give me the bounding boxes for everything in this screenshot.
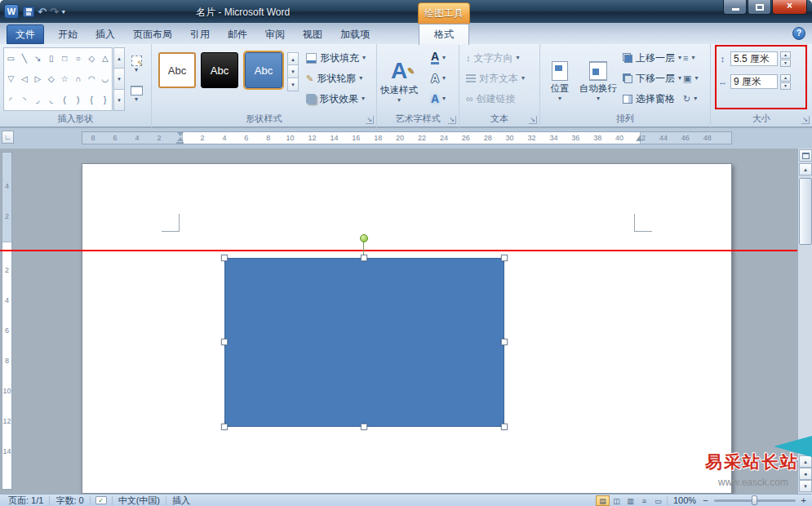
tab-references[interactable]: 引用	[181, 24, 219, 44]
close-button[interactable]: ×	[772, 0, 807, 15]
rotation-handle[interactable]	[360, 234, 368, 242]
tab-mailings[interactable]: 邮件	[219, 24, 256, 44]
spell-check-icon[interactable]: ✓	[95, 496, 107, 504]
tab-selector-button[interactable]: ∟	[2, 131, 14, 144]
zoom-slider-thumb[interactable]	[752, 495, 757, 505]
text-outline-button[interactable]: A ▾	[421, 69, 455, 87]
styles-scroll-down-button[interactable]: ▾	[287, 65, 299, 78]
create-link-button[interactable]: ∞ 创建链接	[464, 90, 518, 108]
shape-icon[interactable]: }	[99, 90, 113, 110]
text-box-button[interactable]: ▾	[124, 82, 149, 106]
view-fullscreen-reading-button[interactable]: ◫	[610, 495, 623, 506]
shape-width-input[interactable]: 9 厘米	[730, 74, 778, 89]
shape-icon[interactable]: ◠	[85, 69, 99, 89]
text-direction-button[interactable]: ↕ 文字方向 ▾	[464, 49, 522, 67]
help-button[interactable]: ?	[792, 27, 805, 40]
shape-icon[interactable]: ◝	[18, 90, 32, 110]
language-indicator[interactable]: 中文(中国)	[114, 495, 164, 506]
tab-home[interactable]: 开始	[49, 24, 87, 44]
shapes-more-button[interactable]: ▾	[113, 90, 125, 111]
zoom-level[interactable]: 100%	[669, 495, 700, 506]
shape-icon[interactable]: (	[58, 90, 72, 110]
rotate-objects-button[interactable]: ↻ ▾	[681, 90, 699, 108]
select-browse-object-button[interactable]: ●	[799, 468, 812, 480]
zoom-out-button[interactable]: −	[700, 495, 710, 506]
width-decrease-button[interactable]: ▾	[780, 82, 791, 90]
shape-styles-dialog-launcher[interactable]: ↘	[366, 116, 374, 124]
group-objects-button[interactable]: ▣ ▾	[681, 69, 700, 87]
shape-icon[interactable]: ↘	[31, 48, 45, 69]
left-indent-marker[interactable]	[176, 142, 184, 144]
view-outline-button[interactable]: ≡	[637, 495, 651, 506]
redo-button[interactable]: ↷	[50, 7, 59, 17]
shape-icon[interactable]: ◟	[45, 90, 59, 110]
shape-icon[interactable]: □	[58, 48, 72, 69]
shapes-scroll-up-button[interactable]: ▴	[113, 47, 125, 69]
shape-icon[interactable]: ▽	[4, 69, 18, 89]
styles-more-button[interactable]: ▾	[287, 78, 299, 91]
minimize-button[interactable]	[723, 0, 747, 15]
shape-icon[interactable]: ∩	[72, 69, 86, 89]
hanging-indent-marker[interactable]	[177, 137, 184, 141]
align-objects-button[interactable]: ≡ ▾	[681, 49, 697, 67]
bring-forward-button[interactable]: 上移一层 ▾	[620, 49, 684, 67]
tab-addins[interactable]: 加载项	[331, 24, 379, 44]
shape-style-preset-2[interactable]: Abc	[201, 52, 238, 88]
maximize-button[interactable]	[748, 0, 771, 15]
shape-icon[interactable]: ◁	[18, 69, 32, 89]
view-web-layout-button[interactable]: ▥	[623, 495, 637, 506]
tab-insert[interactable]: 插入	[87, 24, 124, 44]
send-backward-button[interactable]: 下移一层 ▾	[620, 69, 684, 87]
quick-styles-button[interactable]: A 快速样式 ▾	[380, 47, 418, 114]
text-fill-button[interactable]: A ▾	[421, 49, 455, 67]
shape-icon[interactable]: ▯	[45, 48, 59, 69]
tab-file[interactable]: 文件	[7, 24, 44, 44]
ruler-toggle-button[interactable]	[799, 149, 812, 162]
view-draft-button[interactable]: ▭	[651, 495, 665, 506]
resize-handle-top-center[interactable]	[361, 255, 367, 261]
view-print-layout-button[interactable]: ▤	[596, 495, 610, 506]
shape-icon[interactable]: ▭	[4, 48, 18, 69]
shape-effects-button[interactable]: 形状效果 ▾	[304, 90, 367, 108]
tab-page-layout[interactable]: 页面布局	[124, 24, 181, 44]
shape-icon[interactable]: ▷	[31, 69, 45, 89]
zoom-in-button[interactable]: +	[799, 495, 809, 506]
text-effects-button[interactable]: A ▾	[421, 90, 455, 108]
shape-style-preset-1[interactable]: Abc	[158, 52, 196, 88]
word-app-icon[interactable]: W	[4, 4, 19, 19]
shapes-scroll-down-button[interactable]: ▾	[113, 69, 125, 90]
first-line-indent-marker[interactable]	[177, 132, 184, 136]
resize-handle-bottom-right[interactable]	[501, 424, 508, 430]
styles-scroll-up-button[interactable]: ▴	[287, 52, 299, 65]
save-button[interactable]	[23, 7, 34, 17]
width-increase-button[interactable]: ▴	[780, 74, 791, 82]
scrollbar-thumb[interactable]	[799, 178, 812, 245]
align-text-button[interactable]: 对齐文本 ▾	[464, 69, 527, 87]
shape-icon[interactable]: ◇	[85, 48, 99, 69]
shape-icon[interactable]: △	[99, 48, 113, 69]
wrap-text-button[interactable]: 自动换行 ▾	[578, 47, 619, 114]
shape-icon[interactable]: ╲	[18, 48, 32, 69]
shape-icon[interactable]: ◇	[45, 69, 59, 89]
shape-icon[interactable]: ◞	[31, 90, 45, 110]
zoom-slider[interactable]	[714, 499, 796, 502]
next-page-button[interactable]: ▾	[799, 480, 812, 492]
tab-format-active[interactable]: 格式	[419, 24, 469, 45]
shape-icon[interactable]: ○	[72, 48, 86, 69]
shape-icon[interactable]: ◜	[4, 90, 18, 110]
shape-icon[interactable]: {	[85, 90, 99, 110]
scroll-up-button[interactable]: ▴	[799, 163, 812, 175]
shape-icon[interactable]: )	[72, 90, 86, 110]
word-count[interactable]: 字数: 0	[51, 495, 87, 506]
shape-outline-button[interactable]: ✎ 形状轮廓 ▾	[304, 69, 365, 87]
tab-view[interactable]: 视图	[294, 24, 331, 44]
selection-pane-button[interactable]: 选择窗格	[620, 90, 677, 108]
text-dialog-launcher[interactable]: ↘	[529, 116, 537, 124]
shape-height-input[interactable]: 5.5 厘米	[730, 51, 778, 66]
resize-handle-bottom-left[interactable]	[221, 424, 228, 430]
height-increase-button[interactable]: ▴	[780, 51, 791, 59]
edit-shape-button[interactable]: ▾	[124, 49, 149, 78]
undo-button[interactable]: ↶	[38, 7, 47, 17]
size-dialog-launcher[interactable]: ↘	[801, 116, 810, 124]
insert-mode-indicator[interactable]: 插入	[168, 495, 194, 506]
